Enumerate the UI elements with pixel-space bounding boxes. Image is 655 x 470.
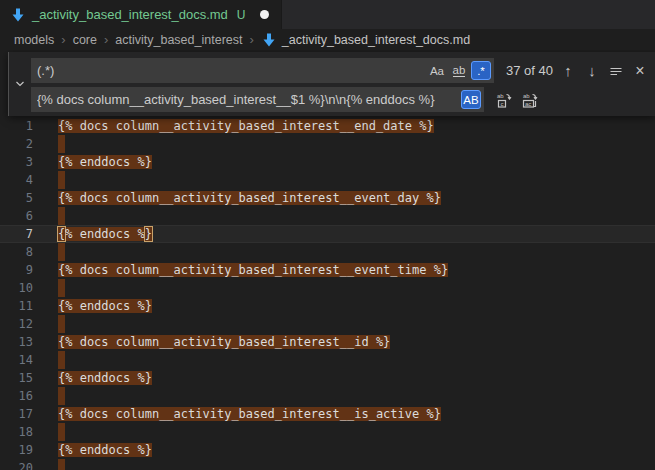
code-line[interactable]: 1{% docs column__activity_based_interest… [0,117,655,135]
result-count: 37 of 40 [506,58,553,83]
breadcrumb-file[interactable]: _activity_based_interest_docs.md [261,32,470,48]
line-number: 3 [0,153,33,171]
search-match-empty [58,243,65,261]
svg-text:ac: ac [525,101,531,107]
line-content [58,387,65,405]
bracket-match: { [57,226,66,242]
line-number: 19 [0,441,33,459]
line-number: 20 [0,459,33,470]
search-match: {% enddocs %} [58,443,152,457]
find-replace-widget: Aa ab .* 37 of 40 ↑ ↓ × AB ab [8,52,655,116]
line-content [58,135,65,153]
toggle-replace-chevron-icon[interactable] [9,52,30,116]
search-match-empty [58,171,65,189]
tab-active[interactable]: _activity_based_interest_docs.md U [0,0,282,29]
code-line[interactable]: 2 [0,135,655,153]
search-match: {% docs column__activity_based_interest_… [58,191,441,205]
replace-input-wrap: AB [31,87,484,112]
search-match: {% docs column__activity_based_interest_… [58,263,448,277]
previous-match-button[interactable]: ↑ [557,58,579,83]
search-match-empty [58,207,65,225]
markdown-file-icon [10,7,26,23]
code-line[interactable]: 18 [0,423,655,441]
code-line[interactable]: 6 [0,207,655,225]
svg-text:ab: ab [523,93,530,99]
git-status-badge: U [237,8,246,22]
markdown-file-icon [261,32,277,48]
line-content [58,423,65,441]
code-line[interactable]: 15{% enddocs %} [0,369,655,387]
find-input-wrap: Aa ab .* [31,58,494,83]
code-line[interactable]: 5{% docs column__activity_based_interest… [0,189,655,207]
line-number: 1 [0,117,33,135]
search-match-empty [58,459,65,470]
line-number: 13 [0,333,33,351]
line-content: {% docs column__activity_based_interest_… [58,405,441,423]
regex-toggle[interactable]: .* [471,61,491,80]
search-match: {% enddocs %} [58,299,152,313]
code-line[interactable]: 19{% enddocs %} [0,441,655,459]
line-number: 14 [0,351,33,369]
line-number: 9 [0,261,33,279]
breadcrumb-item[interactable]: models [14,33,54,47]
replace-toggles: AB [461,90,481,109]
line-content: {% enddocs %} [58,441,152,459]
code-line[interactable]: 11{% enddocs %} [0,297,655,315]
line-number: 6 [0,207,33,225]
search-match: {% docs column__activity_based_interest_… [58,119,434,133]
line-number: 4 [0,171,33,189]
match-case-toggle[interactable]: Aa [427,61,447,80]
line-content [58,315,65,333]
line-content [58,279,65,297]
code-line[interactable]: 10 [0,279,655,297]
code-line[interactable]: 20 [0,459,655,470]
line-number: 8 [0,243,33,261]
code-editor[interactable]: 1{% docs column__activity_based_interest… [0,50,655,470]
line-number: 11 [0,297,33,315]
search-match-empty [58,315,65,333]
line-content: {% enddocs %} [58,369,152,387]
breadcrumb-file-name: _activity_based_interest_docs.md [282,33,470,47]
whole-word-toggle[interactable]: ab [449,61,469,80]
svg-text:c: c [501,101,504,107]
close-icon[interactable]: × [629,58,651,83]
find-input[interactable] [31,58,494,83]
code-line[interactable]: 7{% enddocs %} [0,225,655,243]
code-line[interactable]: 16 [0,387,655,405]
code-line[interactable]: 3{% enddocs %} [0,153,655,171]
code-line[interactable]: 17{% docs column__activity_based_interes… [0,405,655,423]
search-match-empty [58,351,65,369]
search-match: {% enddocs %} [58,371,152,385]
line-number: 10 [0,279,33,297]
line-content: {% enddocs %} [58,153,152,171]
line-number: 17 [0,405,33,423]
search-match: {% docs column__activity_based_interest_… [58,407,441,421]
code-line[interactable]: 12 [0,315,655,333]
code-line[interactable]: 9{% docs column__activity_based_interest… [0,261,655,279]
breadcrumb-item[interactable]: activity_based_interest [115,33,242,47]
breadcrumb-separator-icon: › [249,32,253,47]
replace-input[interactable] [31,87,484,112]
line-number: 12 [0,315,33,333]
code-line[interactable]: 8 [0,243,655,261]
replace-all-icon[interactable]: ab ac [518,88,542,112]
code-line[interactable]: 4 [0,171,655,189]
line-content [58,207,65,225]
code-line[interactable]: 14 [0,351,655,369]
line-number: 5 [0,189,33,207]
search-match-empty [58,423,65,441]
line-content: {% enddocs %} [58,225,152,243]
search-match: {% docs column__activity_based_interest_… [58,335,390,349]
unsaved-dot-icon[interactable] [260,10,269,19]
line-content: {% docs column__activity_based_interest_… [58,261,448,279]
replace-one-icon[interactable]: ab c [492,88,516,112]
preserve-case-toggle[interactable]: AB [461,90,481,109]
search-match: {% enddocs %} [58,155,152,169]
find-in-selection-icon[interactable] [605,58,627,83]
line-content [58,171,65,189]
bracket-match: } [144,226,153,242]
code-line[interactable]: 13{% docs column__activity_based_interes… [0,333,655,351]
next-match-button[interactable]: ↓ [581,58,603,83]
line-content [58,459,65,470]
breadcrumb-item[interactable]: core [73,33,97,47]
